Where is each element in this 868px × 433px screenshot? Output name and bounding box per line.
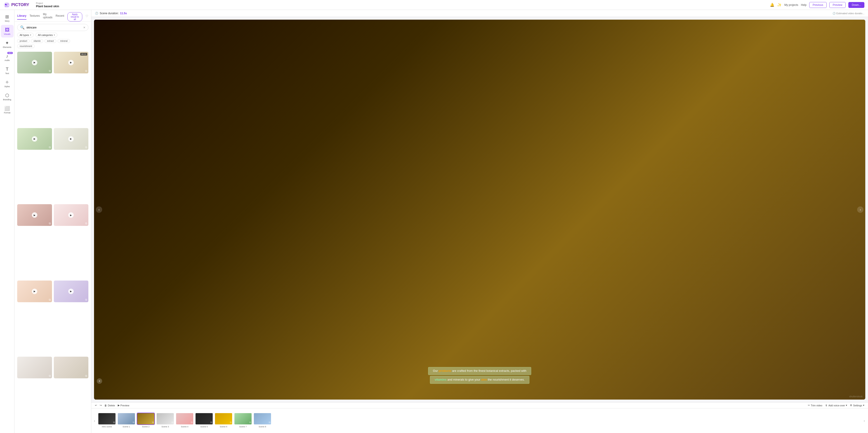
- card-copy-icon-8[interactable]: ⧉: [85, 298, 87, 301]
- audio-icon: ♪: [6, 54, 8, 59]
- card-copy-icon-3[interactable]: ⧉: [49, 146, 51, 149]
- media-play-btn-2[interactable]: ▶: [68, 60, 74, 65]
- sidebar-item-elements[interactable]: ✦ Elements: [1, 38, 13, 51]
- card-actions-8: ⧉: [85, 298, 87, 301]
- timeline-scene-scene7[interactable]: ⧉ Scene 7: [234, 413, 252, 428]
- watermark: shutterstock: [849, 395, 863, 398]
- timeline-scene-intro[interactable]: ⧉ Intro scene: [98, 413, 116, 428]
- subtitle-highlight-skin: skin: [481, 378, 487, 381]
- media-card-8[interactable]: ▶⧉: [54, 280, 89, 302]
- apply-visual-button[interactable]: Apply visual to all: [67, 12, 82, 22]
- timeline-scene-scene5[interactable]: ⧉ Scene 5: [195, 413, 213, 428]
- tab-library[interactable]: Library: [17, 14, 26, 20]
- my-projects-link[interactable]: My projects: [784, 3, 798, 6]
- media-play-btn-3[interactable]: ▶: [32, 136, 37, 142]
- media-play-btn-7[interactable]: ▶: [32, 289, 37, 294]
- card-copy-icon-10[interactable]: ⧉: [85, 374, 87, 377]
- media-play-btn-1[interactable]: ▶: [32, 60, 37, 65]
- timeline-collapse-button[interactable]: ‹: [93, 418, 96, 424]
- media-play-btn-5[interactable]: ▶: [32, 212, 37, 218]
- undo-button[interactable]: ↩: [95, 404, 97, 407]
- tab-my_uploads[interactable]: My uploads: [43, 13, 53, 21]
- sidebar-item-visuals[interactable]: 🖼 Visuals: [1, 25, 13, 37]
- scene-label-scene8: Scene 8: [258, 426, 266, 428]
- media-card-5[interactable]: ▶⧉: [17, 204, 52, 226]
- timeline-scene-scene6[interactable]: ⧉ Scene 6: [215, 413, 232, 428]
- preview-button-ctrl[interactable]: ▶ Preview: [118, 404, 129, 407]
- sidebar-label-audio: Audio: [4, 59, 10, 61]
- estimated-duration: 🕐 Estimated video duratio...: [833, 12, 864, 15]
- magic-icon[interactable]: ✨: [777, 3, 782, 7]
- media-card-7[interactable]: ▶⧉: [17, 280, 52, 302]
- media-play-btn-4[interactable]: ▶: [68, 136, 74, 142]
- timeline-scene-scene2[interactable]: ⧉ Scene 2: [137, 413, 155, 428]
- sidebar-item-branding[interactable]: ⬡ Branding: [1, 90, 13, 103]
- card-copy-icon-1[interactable]: ⧉: [49, 69, 51, 72]
- timeline-scene-scene8[interactable]: ⧉ Scene 8: [253, 413, 272, 428]
- card-copy-icon-4[interactable]: ⧉: [85, 146, 87, 149]
- download-button[interactable]: Down...: [848, 2, 864, 8]
- preview-button[interactable]: Preview: [829, 2, 846, 8]
- delete-button[interactable]: 🗑 Delete: [104, 404, 115, 407]
- sidebar-item-text[interactable]: T Text: [1, 64, 13, 77]
- media-card-9[interactable]: ⧉: [17, 357, 52, 378]
- media-card-1[interactable]: ▶⧉: [17, 52, 52, 73]
- redo-button[interactable]: ↪: [100, 404, 102, 407]
- category-filter[interactable]: All categories ▾: [35, 33, 57, 37]
- sidebar-label-format: Format: [4, 111, 10, 114]
- sidebar-item-story[interactable]: ⊞ Story: [1, 12, 13, 24]
- scene-duration-value: 11.5s: [120, 12, 127, 15]
- card-actions-7: ⧉: [49, 298, 51, 301]
- media-card-6[interactable]: ▶⧉: [54, 204, 89, 226]
- tab-recent[interactable]: Recent: [56, 14, 64, 20]
- favorites-heart-icon[interactable]: ♡: [86, 14, 88, 18]
- tab-textures[interactable]: Textures: [30, 14, 40, 20]
- timeline-scroll-right[interactable]: ›: [862, 418, 866, 424]
- panel-tabs: LibraryTexturesMy uploadsRecentApply vis…: [14, 10, 91, 22]
- sidebar-item-format[interactable]: ⬜ Format: [1, 103, 13, 116]
- sidebar-item-styles[interactable]: ✧ Styles: [1, 77, 13, 90]
- notification-icon[interactable]: 🔔: [770, 3, 774, 7]
- scene-layers-icon-scene1: ⧉: [133, 421, 134, 424]
- card-copy-icon-6[interactable]: ⧉: [85, 222, 87, 225]
- search-clear-button[interactable]: ✕: [83, 26, 86, 29]
- card-copy-icon-2[interactable]: ⧉: [85, 69, 87, 72]
- tag-pill-mineral[interactable]: mineral: [58, 39, 70, 43]
- card-copy-icon-9[interactable]: ⧉: [49, 374, 51, 377]
- settings-button[interactable]: ⚙ Settings ▾: [850, 404, 864, 407]
- search-icon: 🔍: [20, 25, 25, 30]
- media-play-btn-8[interactable]: ▶: [68, 289, 74, 294]
- timeline-scene-scene3[interactable]: ⧉ Scene 3: [156, 413, 174, 428]
- add-voiceover-button[interactable]: 🎙 Add voice-over ▾: [825, 404, 847, 407]
- card-actions-3: ⧉: [49, 146, 51, 149]
- tag-pill-nourishment[interactable]: nourishment: [17, 44, 35, 48]
- scene-label-scene7: Scene 7: [239, 426, 247, 428]
- sidebar-label-visuals: Visuals: [4, 33, 10, 35]
- scene-bg-scene1: [118, 413, 135, 425]
- sidebar-item-audio[interactable]: ♪ Audio NEW: [1, 51, 13, 64]
- search-bar[interactable]: 🔍 ✕: [17, 24, 88, 31]
- card-copy-icon-7[interactable]: ⧉: [49, 298, 51, 301]
- trim-video-button[interactable]: ✂ Trim video: [808, 404, 822, 407]
- previous-button[interactable]: Previous: [809, 2, 827, 8]
- media-card-10[interactable]: ⧉: [54, 357, 89, 378]
- type-filter[interactable]: All types ▾: [17, 33, 34, 37]
- main-layout: ⊞ Story 🖼 Visuals ✦ Elements ♪ Audio NEW…: [0, 10, 868, 433]
- search-input[interactable]: [26, 26, 81, 29]
- card-copy-icon-5[interactable]: ⧉: [49, 222, 51, 225]
- media-play-btn-6[interactable]: ▶: [68, 212, 74, 218]
- timeline-scene-scene4[interactable]: ⧉ Scene 4: [176, 413, 194, 428]
- media-card-3[interactable]: ▶⧉: [17, 128, 52, 150]
- help-link[interactable]: Help: [801, 3, 807, 6]
- prev-scene-arrow[interactable]: ‹: [96, 206, 102, 213]
- scene-thumb-scene6: ⧉: [215, 413, 232, 425]
- next-scene-arrow[interactable]: ›: [857, 206, 864, 213]
- tag-pill-vitamin[interactable]: vitamin: [31, 39, 43, 43]
- tag-pill-product[interactable]: product: [17, 39, 30, 43]
- timeline-scene-scene1[interactable]: ⧉ Scene 1: [117, 413, 135, 428]
- tag-pill-extract[interactable]: extract: [44, 39, 56, 43]
- media-card-2[interactable]: ▶00:21⧉: [54, 52, 89, 73]
- topbar-right: 🔔 ✨ My projects Help Previous Preview Do…: [770, 2, 864, 8]
- media-card-4[interactable]: ▶⧉: [54, 128, 89, 150]
- scene-thumb-scene7: ⧉: [234, 413, 252, 425]
